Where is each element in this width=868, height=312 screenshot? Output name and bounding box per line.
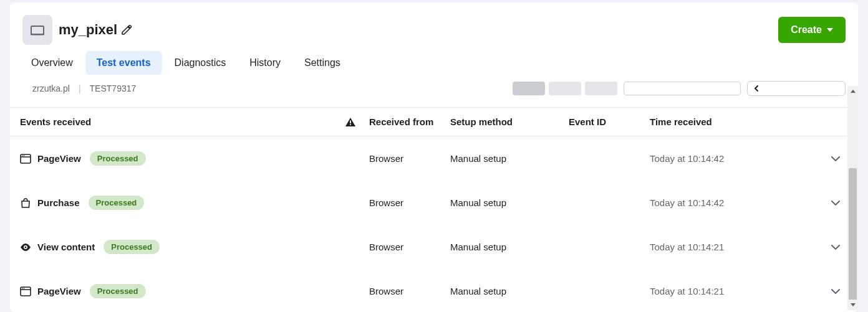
segment-control[interactable]: [513, 82, 617, 95]
eye-icon: [20, 243, 31, 251]
back-icon: [754, 85, 760, 92]
svg-point-13: [24, 288, 25, 289]
setup-method: Manual setup: [450, 242, 569, 252]
scroll-thumb[interactable]: [849, 168, 857, 303]
dropdown-filter[interactable]: [624, 82, 741, 95]
time-received: Today at 10:14:21: [650, 286, 823, 296]
received-from: Browser: [369, 153, 450, 164]
status-badge: Processed: [90, 284, 146, 298]
edit-icon[interactable]: [121, 24, 132, 35]
chevron-down-icon[interactable]: [823, 245, 848, 250]
pixel-icon: [22, 15, 52, 45]
create-button[interactable]: Create: [778, 17, 846, 43]
svg-point-6: [22, 155, 23, 156]
status-badge: Processed: [104, 240, 160, 254]
setup-method: Manual setup: [450, 197, 569, 208]
test-id: TEST79317: [90, 83, 137, 93]
svg-rect-3: [350, 124, 351, 125]
col-setup-method: Setup method: [450, 116, 569, 127]
segment-1[interactable]: [513, 82, 545, 95]
tab-diagnostics[interactable]: Diagnostics: [163, 51, 238, 75]
event-name: PageView: [37, 153, 81, 164]
scroll-up-button[interactable]: [847, 86, 858, 97]
status-badge: Processed: [90, 151, 146, 166]
chevron-down-icon[interactable]: [823, 201, 848, 206]
time-received: Today at 10:14:42: [650, 153, 823, 164]
time-received: Today at 10:14:21: [650, 242, 823, 252]
tabs: Overview Test events Diagnostics History…: [10, 51, 858, 75]
warning-icon: [332, 118, 369, 126]
test-domain: zrzutka.pl: [32, 83, 70, 93]
tab-overview[interactable]: Overview: [20, 51, 84, 75]
caret-down-icon: [827, 28, 833, 32]
status-badge: Processed: [89, 196, 145, 210]
col-time-received: Time received: [650, 116, 823, 127]
chevron-down-icon[interactable]: [823, 156, 848, 161]
svg-rect-0: [31, 26, 44, 34]
col-events: Events received: [20, 116, 332, 127]
svg-rect-1: [31, 34, 44, 35]
page-title: my_pixel: [59, 22, 117, 38]
received-from: Browser: [369, 197, 450, 208]
setup-method: Manual setup: [450, 286, 569, 296]
create-button-label: Create: [791, 24, 822, 35]
table-row[interactable]: PageView Processed Browser Manual setup …: [10, 269, 858, 312]
received-from: Browser: [369, 286, 450, 296]
event-name: View content: [37, 242, 95, 252]
table-row[interactable]: View content Processed Browser Manual se…: [10, 225, 858, 269]
event-name: Purchase: [37, 197, 80, 208]
table-header: Events received Received from Setup meth…: [10, 107, 858, 136]
table-row[interactable]: PageView Processed Browser Manual setup …: [10, 136, 858, 181]
svg-point-7: [24, 155, 25, 156]
scroll-down-button[interactable]: [847, 300, 858, 310]
bag-icon: [20, 198, 31, 208]
setup-method: Manual setup: [450, 153, 569, 164]
table-row[interactable]: Purchase Processed Browser Manual setup …: [10, 181, 858, 225]
svg-point-12: [22, 288, 23, 289]
scrollbar[interactable]: [847, 86, 858, 310]
col-event-id: Event ID: [569, 116, 650, 127]
tab-test-events[interactable]: Test events: [85, 51, 162, 75]
filter-button[interactable]: [747, 81, 846, 96]
divider: |: [79, 83, 81, 93]
tab-history[interactable]: History: [238, 51, 292, 75]
received-from: Browser: [369, 242, 450, 252]
chevron-down-icon[interactable]: [823, 289, 848, 294]
event-name: PageView: [37, 286, 81, 296]
segment-2[interactable]: [549, 82, 581, 95]
col-received-from: Received from: [369, 116, 450, 127]
tab-settings[interactable]: Settings: [293, 51, 352, 75]
svg-rect-2: [350, 120, 351, 123]
svg-point-9: [25, 246, 27, 248]
window-icon: [20, 286, 31, 296]
window-icon: [20, 154, 31, 164]
segment-3[interactable]: [585, 82, 617, 95]
time-received: Today at 10:14:42: [650, 197, 823, 208]
